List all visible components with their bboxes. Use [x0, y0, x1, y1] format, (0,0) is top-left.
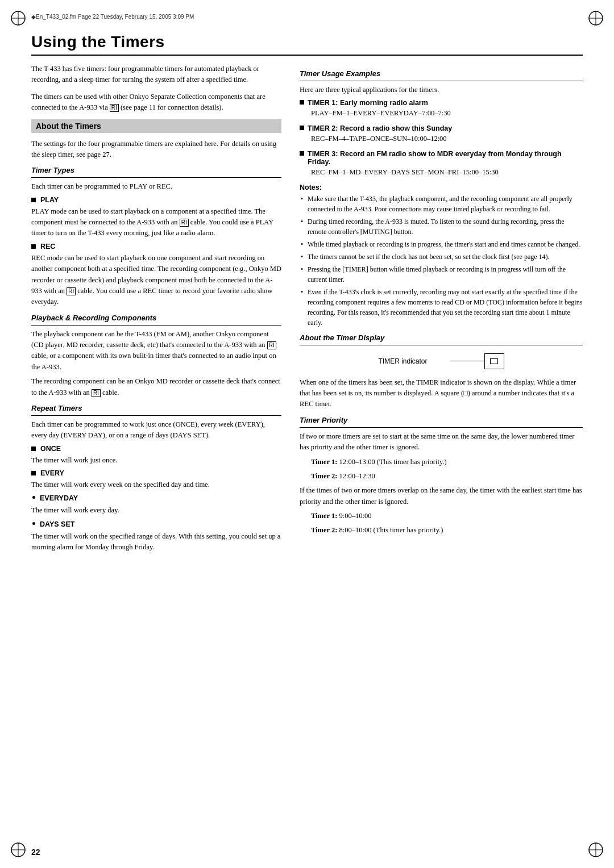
right-column: Timer Usage Examples Here are three typi… — [300, 64, 583, 557]
play-text: PLAY mode can be used to start playback … — [31, 206, 281, 239]
timer2-value: REC–FM–4–TAPE–ONCE–SUN–10:00–12:00 — [311, 133, 583, 144]
display-inner — [490, 358, 498, 364]
timer1-label: TIMER 1: Early morning radio alarm — [308, 99, 428, 107]
everyday-bullet: EVERYDAY — [31, 494, 281, 503]
timer-example-1: TIMER 1: Early morning radio alarm PLAY–… — [300, 99, 583, 119]
rec-bullet-square — [31, 244, 36, 249]
timer-display-heading: About the Timer Display — [300, 333, 583, 342]
timer-types-rule — [31, 177, 281, 178]
left-column: The T-433 has five timers: four programm… — [31, 64, 281, 557]
days-set-bullet: DAYS SET — [31, 520, 281, 529]
timer1-value: PLAY–FM–1–EVERY–EVERYDAY–7:00–7:30 — [311, 108, 583, 119]
days-set-text: The timer will work on the specified ran… — [31, 531, 281, 553]
timer-priority-rule — [300, 427, 583, 428]
ri-icon1: RI — [110, 104, 119, 112]
display-box — [484, 353, 504, 369]
notes-item-3: While timed playback or recording is in … — [300, 239, 583, 249]
playback-heading: Playback & Recording Components — [31, 314, 281, 322]
timer2-label: TIMER 2: Record a radio show this Sunday — [308, 124, 452, 132]
timer-display-text: When one of the timers has been set, the… — [300, 377, 583, 410]
diagram-connector — [450, 353, 504, 369]
playback-text1: The playback component can be the T-433 … — [31, 329, 281, 373]
timer-priority-text1: If two or more timers are set to start a… — [300, 431, 583, 453]
timer-usage-rule — [300, 81, 583, 81]
ri-icon4: RI — [267, 341, 276, 349]
days-set-bullet-dot — [32, 522, 35, 525]
notes-list: Make sure that the T-433, the playback c… — [300, 194, 583, 328]
priority-ex1-t1-label: Timer 1: — [311, 458, 337, 466]
repeat-timers-heading: Repeat Timers — [31, 404, 281, 412]
rec-text: REC mode can be used to start playback o… — [31, 253, 281, 308]
timer-display-rule — [300, 345, 583, 345]
about-timers-heading: About the Timers — [31, 119, 281, 133]
intro-para1: The T-433 has five timers: four programm… — [31, 64, 281, 86]
timer-display-diagram: TIMER indicator — [300, 353, 583, 369]
page-number: 22 — [31, 848, 40, 857]
priority-ex1-t1-val: 12:00–13:00 (This timer has priority.) — [339, 458, 447, 466]
intro-para2: The timers can be used with other Onkyo … — [31, 91, 281, 114]
timer3-value: REC–FM–1–MD–EVERY–DAYS SET–MON–FRI–15:00… — [311, 167, 583, 178]
corner-mark-tl — [10, 10, 26, 26]
every-text: The timer will work every week on the sp… — [31, 479, 281, 490]
play-bullet: PLAY — [31, 196, 281, 204]
content-area: Using the Timers The T-433 has five time… — [31, 33, 583, 837]
priority-ex1-t2-label: Timer 2: — [311, 472, 337, 480]
everyday-label: EVERYDAY — [40, 494, 78, 502]
timer-usage-intro: Here are three typical applications for … — [300, 85, 583, 95]
priority-example-1: Timer 1: 12:00–13:00 (This timer has pri… — [311, 457, 583, 482]
once-label: ONCE — [40, 445, 61, 453]
about-timers-intro: The settings for the four programmable t… — [31, 139, 281, 161]
timer3-bullet-square — [300, 151, 304, 156]
priority-ex2-t1-val: 9:00–10:00 — [339, 512, 372, 520]
timer-indicator-label: TIMER indicator — [378, 357, 427, 365]
priority-ex1-t2: Timer 2: 12:00–12:30 — [311, 471, 583, 482]
rec-bullet: REC — [31, 243, 281, 251]
priority-ex2-t1-label: Timer 1: — [311, 512, 337, 520]
corner-mark-br — [588, 842, 604, 858]
timer-example-2-header: TIMER 2: Record a radio show this Sunday — [300, 124, 583, 132]
days-set-label: DAYS SET — [40, 520, 74, 528]
playback-text2: The recording component can be an Onkyo … — [31, 376, 281, 398]
notes-item-5: Pressing the [TIMER] button while timed … — [300, 264, 583, 285]
ri-icon3: RI — [67, 287, 76, 295]
timer1-bullet-square — [300, 100, 304, 105]
connector-line — [450, 361, 484, 361]
notes-item-2: During timed recording, the A-933 is mut… — [300, 216, 583, 237]
corner-mark-bl — [10, 842, 26, 858]
timer-example-1-header: TIMER 1: Early morning radio alarm — [300, 99, 583, 107]
priority-ex1-t2-val: 12:00–12:30 — [339, 472, 375, 480]
timer-types-heading: Timer Types — [31, 166, 281, 174]
every-bullet-square — [31, 471, 36, 475]
ri-icon5: RI — [92, 389, 101, 397]
file-info: ◆En_T433_02.fm Page 22 Tuesday, February… — [31, 14, 194, 20]
timer-usage-heading: Timer Usage Examples — [300, 69, 583, 78]
timer2-bullet-square — [300, 126, 304, 130]
two-col-layout: The T-433 has five timers: four programm… — [31, 64, 583, 557]
once-text: The timer will work just once. — [31, 455, 281, 466]
priority-ex2-t2-label: Timer 2: — [311, 526, 337, 534]
priority-example-2: Timer 1: 9:00–10:00 Timer 2: 8:00–10:00 … — [311, 511, 583, 536]
notes-item-4: The timers cannot be set if the clock ha… — [300, 252, 583, 262]
timer-priority-heading: Timer Priority — [300, 416, 583, 424]
every-bullet: EVERY — [31, 469, 281, 477]
priority-ex2-t1: Timer 1: 9:00–10:00 — [311, 511, 583, 521]
priority-ex2-t2: Timer 2: 8:00–10:00 (This timer has prio… — [311, 525, 583, 536]
every-label: EVERY — [40, 469, 64, 477]
priority-ex1-t1: Timer 1: 12:00–13:00 (This timer has pri… — [311, 457, 583, 468]
timer-example-3: TIMER 3: Record an FM radio show to MDR … — [300, 150, 583, 178]
once-bullet: ONCE — [31, 445, 281, 453]
notes-item-6: Even if the T-433's clock is set correct… — [300, 287, 583, 328]
rec-label: REC — [40, 243, 55, 251]
everyday-text: The timer will work every day. — [31, 505, 281, 516]
corner-mark-tr — [588, 10, 604, 26]
page-title: Using the Timers — [31, 33, 583, 51]
notes-section: Notes: Make sure that the T-433, the pla… — [300, 183, 583, 328]
everyday-bullet-dot — [32, 496, 35, 499]
timer3-label: TIMER 3: Record an FM radio show to MDR … — [308, 150, 583, 166]
play-bullet-square — [31, 198, 36, 202]
repeat-timers-rule — [31, 415, 281, 416]
play-label: PLAY — [40, 196, 59, 204]
title-underline — [31, 55, 583, 56]
timer-types-intro: Each timer can be programmed to PLAY or … — [31, 181, 281, 192]
priority-ex2-t2-val: 8:00–10:00 (This timer has priority.) — [339, 526, 443, 534]
